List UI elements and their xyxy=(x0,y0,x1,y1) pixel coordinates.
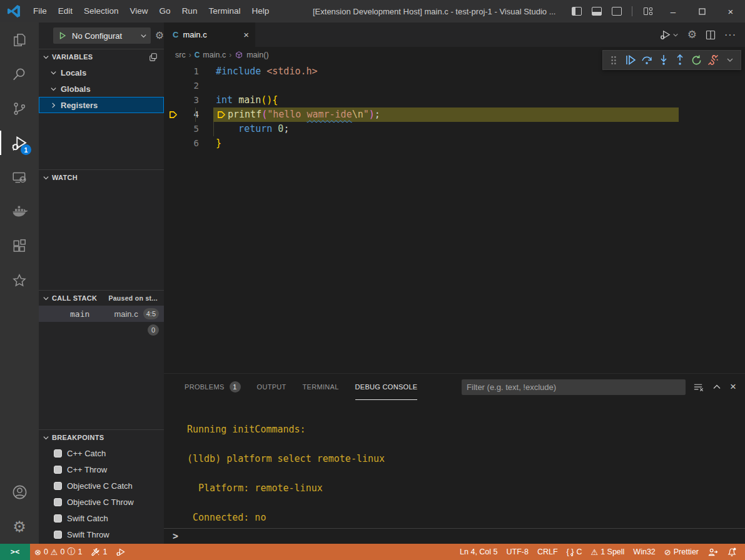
activity-extensions[interactable] xyxy=(0,229,39,263)
step-over-icon[interactable] xyxy=(640,52,654,68)
variables-scope-registers[interactable]: Registers xyxy=(39,97,164,113)
glyph-margin[interactable] xyxy=(164,108,180,122)
breakpoint-row[interactable]: Swift Catch xyxy=(39,510,164,526)
checkbox[interactable] xyxy=(54,449,62,458)
call-stack-section: CALL STACK Paused on st... main main.c 4… xyxy=(39,290,164,429)
breakpoint-row[interactable]: Swift Throw xyxy=(39,526,164,542)
breadcrumb-folder[interactable]: src xyxy=(175,51,186,59)
activity-search[interactable] xyxy=(0,57,39,91)
activity-run-debug[interactable]: 1 xyxy=(0,126,39,160)
problems-status[interactable]: ⊗0 ⚠0 ⓘ1 xyxy=(30,544,86,560)
activity-favorites[interactable] xyxy=(0,263,39,298)
debug-status[interactable] xyxy=(111,544,130,560)
checkbox[interactable] xyxy=(54,498,62,506)
encoding[interactable]: UTF-8 xyxy=(502,544,533,560)
glyph-margin[interactable] xyxy=(164,136,180,151)
breadcrumb-symbol[interactable]: main() xyxy=(246,51,268,59)
breakpoint-row[interactable]: C++ Catch xyxy=(39,445,164,461)
language-mode[interactable]: { } C xyxy=(562,544,587,560)
menu-selection[interactable]: Selection xyxy=(78,0,124,22)
gear-icon[interactable]: ⚙ xyxy=(687,29,697,40)
breakpoints-section: BREAKPOINTS C++ Catch C++ Throw Objectiv… xyxy=(39,429,164,544)
remote-indicator[interactable]: >< xyxy=(0,544,30,560)
variables-scope-globals[interactable]: Globals xyxy=(39,81,164,97)
menu-view[interactable]: View xyxy=(124,0,154,22)
split-editor-icon[interactable] xyxy=(706,30,716,40)
thread-row[interactable]: 0 xyxy=(39,322,164,338)
tab-terminal[interactable]: TERMINAL xyxy=(303,374,339,400)
menu-run[interactable]: Run xyxy=(176,0,203,22)
breakpoint-row[interactable]: C++ Throw xyxy=(39,461,164,478)
spell-checker-status[interactable]: ⚠ 1 Spell xyxy=(586,544,629,560)
menu-terminal[interactable]: Terminal xyxy=(203,0,246,22)
copy-icon[interactable] xyxy=(149,52,158,61)
console-input-row[interactable]: > xyxy=(164,528,745,544)
glyph-margin[interactable] xyxy=(164,93,180,108)
formatter-status[interactable]: ⊘ Prettier xyxy=(660,544,703,560)
toggle-secondary-sidebar-icon[interactable] xyxy=(612,7,622,16)
call-stack-header[interactable]: CALL STACK Paused on st... xyxy=(39,291,164,306)
maximize-panel-icon[interactable] xyxy=(712,382,721,391)
checkbox[interactable] xyxy=(54,514,62,522)
toggle-sidebar-icon[interactable] xyxy=(572,7,582,16)
toolbar-drag-handle[interactable] xyxy=(607,52,621,68)
maximize-button[interactable] xyxy=(687,0,716,22)
menu-help[interactable]: Help xyxy=(246,0,275,22)
step-out-icon[interactable] xyxy=(673,52,687,68)
activity-explorer[interactable] xyxy=(0,22,39,57)
glyph-margin[interactable] xyxy=(164,79,180,93)
open-launch-json-gear-icon[interactable]: ⚙ xyxy=(155,31,164,41)
step-into-icon[interactable] xyxy=(657,52,671,68)
tab-output[interactable]: OUTPUT xyxy=(257,374,286,400)
glyph-margin[interactable] xyxy=(164,122,180,136)
run-or-debug-button[interactable] xyxy=(659,29,679,41)
chevron-down-icon[interactable] xyxy=(723,52,737,68)
notifications-item[interactable] xyxy=(722,544,741,560)
minimize-button[interactable]: – xyxy=(659,0,687,22)
menu-go[interactable]: Go xyxy=(154,0,176,22)
debug-console-output[interactable]: Running initCommands: (lldb) platform se… xyxy=(164,400,745,528)
code-editor[interactable]: 1 #include <stdio.h> 2 3 int main(){ 4 p… xyxy=(164,62,745,373)
console-filter[interactable] xyxy=(462,379,686,395)
breakpoints-header[interactable]: BREAKPOINTS xyxy=(39,430,164,445)
activity-source-control[interactable] xyxy=(0,91,39,126)
checkbox[interactable] xyxy=(54,531,62,539)
breakpoint-row[interactable]: Objective C Throw xyxy=(39,494,164,510)
feedback-item[interactable] xyxy=(703,544,722,560)
close-window-button[interactable]: × xyxy=(716,0,745,22)
launch-config-dropdown[interactable]: No Configurat xyxy=(53,28,151,44)
menu-edit[interactable]: Edit xyxy=(53,0,78,22)
tab-main-c[interactable]: C main.c × xyxy=(164,22,255,47)
customize-layout-icon[interactable] xyxy=(644,8,652,15)
filter-input[interactable] xyxy=(462,382,686,392)
code-token: ) xyxy=(369,108,375,122)
watch-header[interactable]: WATCH xyxy=(39,170,164,185)
restart-icon[interactable] xyxy=(690,52,704,68)
tools-status[interactable]: 1 xyxy=(86,544,111,560)
tab-debug-console[interactable]: DEBUG CONSOLE xyxy=(355,374,418,400)
platform-status[interactable]: Win32 xyxy=(629,544,659,560)
eol-sequence[interactable]: CRLF xyxy=(533,544,562,560)
activity-docker[interactable] xyxy=(0,194,39,229)
menu-file[interactable]: File xyxy=(28,0,53,22)
breadcrumb-file[interactable]: main.c xyxy=(203,51,226,59)
clear-console-icon[interactable] xyxy=(693,382,704,392)
stack-frame-row[interactable]: main main.c 4:5 xyxy=(39,306,164,322)
toggle-panel-icon[interactable] xyxy=(592,7,602,16)
activity-accounts[interactable] xyxy=(0,475,39,509)
close-panel-icon[interactable]: × xyxy=(730,381,736,393)
variables-header[interactable]: VARIABLES xyxy=(39,49,164,64)
variables-scope-locals[interactable]: Locals xyxy=(39,64,164,81)
continue-icon[interactable] xyxy=(624,52,638,68)
activity-settings[interactable]: ⚙ xyxy=(0,509,39,544)
tab-problems[interactable]: PROBLEMS 1 xyxy=(185,374,241,400)
activity-remote-explorer[interactable] xyxy=(0,160,39,194)
checkbox[interactable] xyxy=(54,482,62,490)
checkbox[interactable] xyxy=(54,466,62,474)
glyph-margin[interactable] xyxy=(164,64,180,79)
close-tab-icon[interactable]: × xyxy=(243,29,249,40)
more-actions-icon[interactable]: ··· xyxy=(724,29,736,41)
breakpoint-row[interactable]: Objective C Catch xyxy=(39,478,164,494)
disconnect-icon[interactable] xyxy=(706,52,721,68)
cursor-position[interactable]: Ln 4, Col 5 xyxy=(455,544,502,560)
